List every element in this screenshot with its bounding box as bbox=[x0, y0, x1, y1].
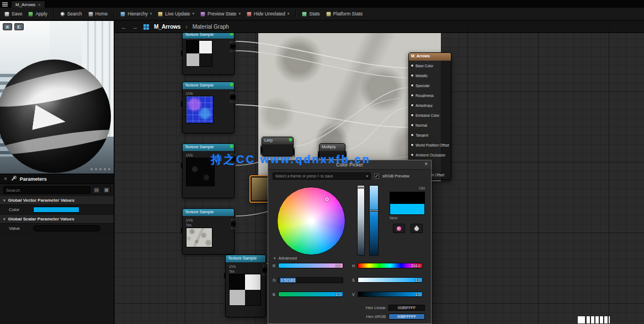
normal-map-thumbnail bbox=[186, 96, 214, 123]
brightness-slider[interactable]: 1.0 bbox=[358, 291, 423, 297]
green-value-input[interactable]: 0.52183 bbox=[278, 277, 343, 283]
slider-value: 1.0 bbox=[415, 292, 421, 298]
pin[interactable] bbox=[266, 265, 267, 276]
parameter-group-header[interactable]: ▾ Global Scalar Parameter Values bbox=[0, 215, 114, 224]
apply-button[interactable]: Apply bbox=[28, 11, 47, 17]
home-button[interactable]: Home bbox=[88, 11, 108, 17]
breadcrumb-root[interactable]: M_Arrows bbox=[154, 24, 180, 30]
blue-slider[interactable]: 1.0 bbox=[278, 291, 343, 297]
pin[interactable] bbox=[411, 64, 414, 67]
pin[interactable] bbox=[235, 92, 236, 102]
forward-arrow-icon[interactable]: → bbox=[132, 24, 138, 30]
hex-srgb-row: Hex sRGB 00BFFFFF bbox=[354, 314, 425, 320]
slider-letter: S bbox=[352, 278, 355, 282]
stats-icon bbox=[302, 12, 307, 17]
slider-handle[interactable] bbox=[356, 187, 365, 188]
material-preview-viewport[interactable]: ▣ ◧ bbox=[0, 21, 114, 174]
group-label: Global Vector Parameter Values bbox=[8, 198, 75, 203]
chevron-down-icon: ▾ bbox=[3, 198, 6, 203]
breadcrumb-current[interactable]: Material Graph bbox=[193, 24, 229, 30]
color-parameter-swatch[interactable] bbox=[33, 207, 79, 213]
eyedropper-button[interactable] bbox=[411, 224, 423, 233]
video-logo bbox=[578, 316, 610, 324]
color-wheel-marker[interactable] bbox=[325, 197, 329, 201]
saturation-slider-row: S 1.0 bbox=[352, 277, 423, 283]
close-icon[interactable]: × bbox=[4, 176, 7, 182]
hex-linear-input[interactable]: 0085FFFF bbox=[388, 305, 425, 311]
pin[interactable] bbox=[235, 41, 236, 52]
material-pin-row: Emissive Color bbox=[409, 110, 451, 120]
pin[interactable] bbox=[411, 133, 414, 137]
save-button[interactable]: Save bbox=[4, 11, 22, 17]
chevron-down-icon: ▾ bbox=[3, 217, 6, 222]
pin[interactable] bbox=[181, 160, 182, 171]
texture-sample-node[interactable]: Texture Sample UVs bbox=[182, 143, 235, 198]
texture-sample-node[interactable]: Texture Sample UVs Tex bbox=[225, 255, 266, 317]
hex-srgb-input[interactable]: 00BFFFFF bbox=[388, 314, 425, 320]
saturation-slider[interactable]: 1.0 bbox=[358, 277, 423, 283]
parameters-title: Parameters bbox=[20, 176, 47, 182]
stats-button[interactable]: Stats bbox=[302, 11, 320, 17]
theme-color-button[interactable] bbox=[393, 224, 405, 233]
material-pin-row: Normal bbox=[409, 120, 451, 130]
logo-block bbox=[587, 316, 610, 323]
texture-sample-node[interactable]: Texture Sample bbox=[182, 31, 235, 75]
hide-unrelated-button[interactable]: Hide Unrelated ▾ bbox=[247, 11, 289, 17]
hierarchy-button[interactable]: Hierarchy ▾ bbox=[120, 11, 152, 17]
graph-grid-icon[interactable] bbox=[143, 24, 149, 30]
preview-sphere bbox=[0, 60, 111, 173]
srgb-preview-label: sRGB Preview bbox=[382, 174, 409, 179]
srgb-preview-checkbox[interactable]: ✓ bbox=[374, 174, 379, 179]
save-label: Save bbox=[12, 11, 22, 17]
pin[interactable] bbox=[411, 74, 414, 77]
parameters-panel: × Parameters ▤ ▦ ▾ Global Vector Paramet… bbox=[0, 174, 114, 324]
preview-state-icon bbox=[200, 12, 205, 17]
search-input[interactable] bbox=[3, 186, 91, 194]
back-arrow-icon[interactable]: ← bbox=[121, 24, 127, 30]
texture-sample-node[interactable]: Texture Sample UVs bbox=[182, 82, 235, 133]
pin[interactable] bbox=[411, 104, 414, 107]
main-toolbar: Save Apply Search Home Hierarchy ▾ Live … bbox=[0, 8, 644, 20]
slider-handle[interactable] bbox=[369, 210, 379, 212]
pin[interactable] bbox=[181, 225, 182, 236]
search-button[interactable]: Search bbox=[60, 11, 82, 17]
value-slider-bar[interactable] bbox=[357, 185, 365, 256]
old-color-label: Old bbox=[390, 186, 425, 190]
pin[interactable] bbox=[411, 94, 414, 97]
view-options-icon[interactable]: ▦ bbox=[103, 186, 110, 194]
live-update-button[interactable]: Live Update ▾ bbox=[158, 11, 194, 17]
scalar-parameter-slider[interactable] bbox=[33, 225, 100, 231]
parameter-group-header[interactable]: ▾ Global Vector Parameter Values bbox=[0, 196, 114, 205]
asset-tab[interactable]: M_Arrows × bbox=[11, 1, 45, 8]
pin[interactable] bbox=[181, 99, 182, 109]
advanced-section-toggle[interactable]: ▾ Advanced bbox=[274, 256, 297, 261]
hierarchy-label: Hierarchy bbox=[127, 11, 147, 17]
hue-slider[interactable]: 204.0 bbox=[358, 263, 423, 268]
preview-state-button[interactable]: Preview State ▾ bbox=[200, 11, 241, 17]
pin[interactable] bbox=[235, 219, 236, 229]
viewport-toggle-icon[interactable]: ▣ bbox=[3, 23, 12, 30]
pin[interactable] bbox=[411, 123, 414, 127]
platform-stats-button[interactable]: Platform Stats bbox=[326, 11, 363, 17]
pin[interactable] bbox=[411, 84, 414, 87]
color-wheel[interactable] bbox=[277, 187, 345, 255]
pin[interactable] bbox=[411, 143, 414, 147]
tab-close-icon[interactable]: × bbox=[38, 2, 41, 7]
pin[interactable] bbox=[411, 114, 414, 117]
node-title: Texture Sample bbox=[183, 82, 234, 89]
texture-thumbnail bbox=[186, 228, 212, 247]
close-icon[interactable]: × bbox=[424, 161, 428, 167]
red-slider[interactable]: 0.0 bbox=[278, 263, 343, 268]
pin[interactable] bbox=[411, 153, 414, 156]
theme-dropdown[interactable]: Select a theme or press + to save ▾ bbox=[273, 172, 371, 180]
pin[interactable] bbox=[224, 271, 225, 281]
save-layout-icon[interactable]: ▤ bbox=[93, 186, 100, 194]
pin[interactable] bbox=[181, 48, 182, 58]
texture-sample-node[interactable]: Texture Sample UVs Tex bbox=[182, 208, 235, 255]
saturation-slider-bar[interactable] bbox=[369, 185, 379, 256]
viewport-toggle-icon[interactable]: ◧ bbox=[14, 23, 24, 30]
menu-icon[interactable] bbox=[2, 2, 8, 7]
material-pin-row: Base Color bbox=[409, 61, 451, 71]
texture-thumbnail bbox=[186, 40, 212, 67]
viewport-view-options[interactable] bbox=[91, 168, 110, 170]
